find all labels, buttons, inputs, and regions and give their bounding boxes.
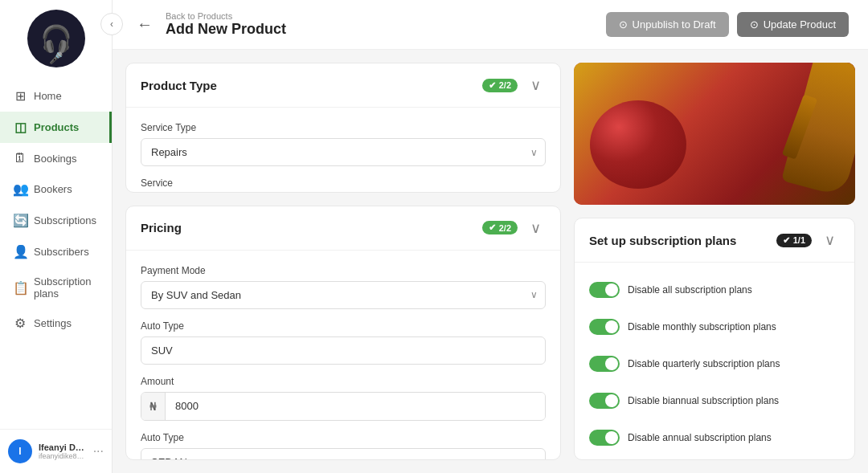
plan-label-monthly: Disable monthly subscription plans (628, 321, 776, 332)
toggle-thumb-quarterly (605, 357, 618, 370)
product-type-card: Product Type ✔ 2/2 ∨ Service Type (125, 63, 561, 193)
product-type-header: Product Type ✔ 2/2 ∨ (126, 63, 560, 108)
plan-row-quarterly: Disable quarterly subscription plans (589, 351, 840, 377)
pricing-badge: ✔ 2/2 (482, 221, 518, 234)
toggle-thumb-annual (605, 431, 618, 444)
update-product-button[interactable]: ⊙ Update Product (737, 12, 849, 37)
subscription-plans-icon: 📋 (13, 280, 27, 296)
amount-1-input-wrapper: ₦ (141, 392, 546, 421)
pricing-card: Pricing ✔ 2/2 ∨ Payment Mode (125, 206, 561, 460)
sidebar-item-home[interactable]: ⊞ Home (0, 80, 112, 112)
home-icon: ⊞ (13, 88, 27, 104)
sidebar-item-label: Subscription plans (34, 275, 99, 300)
sidebar-item-label: Bookers (34, 183, 72, 195)
subscriptions-icon: 🔄 (13, 213, 27, 228)
sidebar-collapse-button[interactable]: ‹ (100, 13, 123, 35)
bookings-icon: 🗓 (13, 151, 27, 165)
service-type-label: Service Type (141, 122, 546, 133)
toggle-track-all (589, 282, 620, 298)
main-content: ← Back to Products Add New Product ⊙ Unp… (113, 0, 868, 473)
subscription-plans-card: Set up subscription plans ✔ 1/1 ∨ (574, 218, 855, 460)
sidebar-nav: ⊞ Home ◫ Products 🗓 Bookings 👥 Bookers 🔄… (0, 80, 112, 339)
header-actions: ⊙ Unpublish to Draft ⊙ Update Product (606, 12, 849, 37)
sidebar: ‹ 🎧 🎤 ⊞ Home ◫ Products 🗓 Bookings 👥 Boo… (0, 0, 113, 473)
sidebar-item-subscriptions[interactable]: 🔄 Subscriptions (0, 205, 112, 236)
payment-mode-select[interactable]: By SUV and Sedan (141, 281, 546, 309)
product-type-collapse-button[interactable]: ∨ (526, 75, 546, 96)
auto-type-2-group: Auto Type (141, 432, 546, 460)
subscription-plans-body: Disable all subscription plans Disable m… (575, 263, 854, 460)
service-label: Service (141, 177, 546, 189)
plan-label-biannual: Disable biannual subscription plans (628, 395, 779, 406)
unpublish-icon: ⊙ (619, 18, 628, 31)
products-icon: ◫ (13, 120, 27, 135)
sidebar-item-bookers[interactable]: 👥 Bookers (0, 173, 112, 205)
auto-type-2-label: Auto Type (141, 432, 546, 443)
subscription-plans-collapse-button[interactable]: ∨ (820, 230, 840, 251)
content-area: Product Type ✔ 2/2 ∨ Service Type (113, 50, 868, 473)
subscribers-icon: 👤 (13, 244, 27, 259)
user-email: ifeanyidike87@gmail.com (39, 452, 87, 460)
product-type-badge: ✔ 2/2 (482, 79, 518, 92)
user-name: Ifeanyi Dike (39, 442, 87, 452)
left-column: Product Type ✔ 2/2 ∨ Service Type (125, 63, 561, 460)
payment-mode-group: Payment Mode By SUV and Sedan ∨ (141, 265, 546, 309)
product-type-header-right: ✔ 2/2 ∨ (482, 75, 546, 96)
service-group: Service Oil Change ∨ (141, 177, 546, 193)
pricing-header: Pricing ✔ 2/2 ∨ (126, 206, 560, 251)
amount-1-label: Amount (141, 376, 546, 387)
sidebar-item-bookings[interactable]: 🗓 Bookings (0, 143, 112, 173)
toggle-track-annual (589, 430, 620, 446)
toggle-track-biannual (589, 393, 620, 409)
avatar: 🎧 🎤 (27, 10, 85, 67)
currency-icon-1: ₦ (141, 393, 166, 420)
back-link[interactable]: Back to Products (166, 11, 286, 21)
toggle-quarterly[interactable] (589, 356, 620, 372)
right-column: Set up subscription plans ✔ 1/1 ∨ (574, 63, 855, 460)
plan-label-annual: Disable annual subscription plans (628, 432, 772, 443)
sidebar-item-products[interactable]: ◫ Products (0, 112, 112, 143)
bookers-icon: 👥 (13, 181, 27, 197)
update-icon: ⊙ (750, 18, 759, 31)
back-nav: Back to Products Add New Product (166, 11, 286, 38)
amount-1-input[interactable] (166, 393, 545, 419)
sidebar-item-settings[interactable]: ⚙ Settings (0, 308, 112, 339)
subscription-plans-title: Set up subscription plans (589, 234, 736, 247)
oil-stream-decoration (782, 94, 817, 159)
plan-row-monthly: Disable monthly subscription plans (589, 314, 840, 340)
auto-type-2-input[interactable] (141, 448, 546, 460)
toggle-thumb-all (605, 283, 618, 296)
unpublish-button[interactable]: ⊙ Unpublish to Draft (606, 12, 729, 37)
service-type-select-wrapper: Repairs ∨ (141, 138, 546, 166)
toggle-biannual[interactable] (589, 393, 620, 409)
plan-label-all: Disable all subscription plans (628, 284, 752, 296)
user-avatar: I (8, 439, 32, 463)
sidebar-item-label: Settings (34, 317, 72, 329)
service-type-select[interactable]: Repairs (141, 138, 546, 166)
plan-row-annual: Disable annual subscription plans (589, 425, 840, 451)
pricing-collapse-button[interactable]: ∨ (526, 218, 546, 239)
toggle-thumb-monthly (605, 320, 618, 333)
payment-mode-label: Payment Mode (141, 265, 546, 276)
product-type-title: Product Type (141, 79, 217, 92)
product-image (574, 63, 855, 205)
user-more-button[interactable]: ··· (93, 444, 104, 459)
amount-1-group: Amount ₦ (141, 376, 546, 421)
sidebar-item-label: Products (34, 121, 79, 133)
sidebar-item-subscribers[interactable]: 👤 Subscribers (0, 236, 112, 267)
sidebar-item-label: Bookings (34, 153, 76, 165)
toggle-track-quarterly (589, 356, 620, 372)
toggle-all[interactable] (589, 282, 620, 298)
toggle-track-monthly (589, 319, 620, 335)
auto-type-1-input[interactable] (141, 336, 546, 365)
back-button[interactable]: ← (132, 14, 158, 35)
sidebar-item-label: Subscriptions (34, 214, 96, 226)
product-type-body: Service Type Repairs ∨ Service Oil C (126, 108, 560, 193)
sidebar-item-subscription-plans[interactable]: 📋 Subscription plans (0, 267, 112, 308)
toggle-monthly[interactable] (589, 319, 620, 335)
header-left: ← Back to Products Add New Product (132, 11, 286, 38)
page-header: ← Back to Products Add New Product ⊙ Unp… (113, 0, 868, 50)
pricing-body: Payment Mode By SUV and Sedan ∨ Auto Typ… (126, 251, 560, 460)
toggle-annual[interactable] (589, 430, 620, 446)
pricing-title: Pricing (141, 221, 182, 234)
